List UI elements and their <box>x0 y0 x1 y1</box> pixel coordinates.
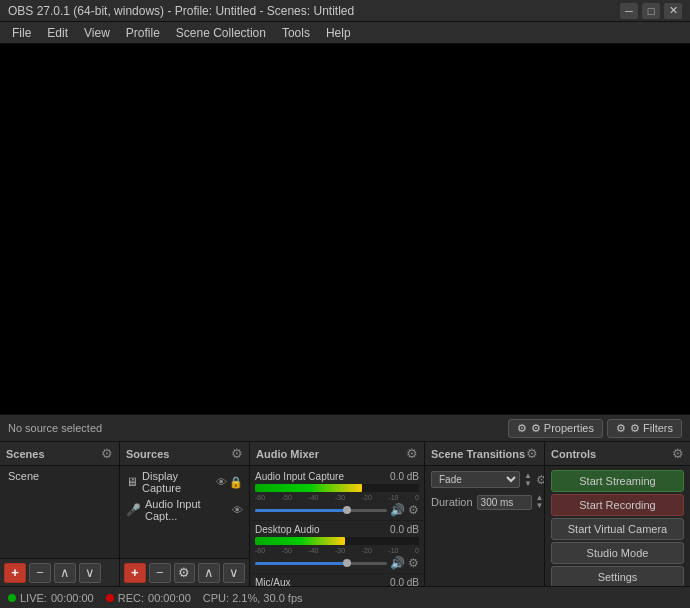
sources-down-button[interactable]: ∨ <box>223 563 245 583</box>
controls-panel-title: Controls <box>551 448 596 460</box>
start-streaming-button[interactable]: Start Streaming <box>551 470 684 492</box>
menu-item-file[interactable]: File <box>4 24 39 42</box>
duration-down-arrow[interactable]: ▼ <box>536 502 544 510</box>
properties-label: ⚙ Properties <box>531 422 594 435</box>
scenes-panel-title: Scenes <box>6 448 45 460</box>
scenes-panel-footer: + − ∧ ∨ <box>0 558 119 586</box>
source-name-display: Display Capture <box>142 470 212 494</box>
audio-desktop-level <box>255 537 345 545</box>
preview-area <box>0 44 690 414</box>
scenes-add-button[interactable]: + <box>4 563 26 583</box>
start-virtual-camera-button[interactable]: Start Virtual Camera <box>551 518 684 540</box>
cpu-status: CPU: 2.1%, 30.0 fps <box>203 592 303 604</box>
menubar: FileEditViewProfileScene CollectionTools… <box>0 22 690 44</box>
sources-remove-button[interactable]: − <box>149 563 171 583</box>
menu-item-tools[interactable]: Tools <box>274 24 318 42</box>
audio-input-mute-icon[interactable]: 🔊 <box>390 503 405 517</box>
sources-panel-footer: + − ⚙ ∧ ∨ <box>120 558 249 586</box>
audio-desktop-name: Desktop Audio <box>255 524 320 535</box>
menu-item-scene-collection[interactable]: Scene Collection <box>168 24 274 42</box>
audio-mixer-panel: Audio Mixer ⚙ Audio Input Capture 0.0 dB… <box>250 442 425 586</box>
sources-settings-button[interactable]: ⚙ <box>174 563 196 583</box>
controls-panel-icon[interactable]: ⚙ <box>672 446 684 461</box>
audio-desktop-mute-icon[interactable]: 🔊 <box>390 556 405 570</box>
close-button[interactable]: ✕ <box>664 3 682 19</box>
audio-mic-name: Mic/Aux <box>255 577 291 586</box>
audio-input-db: 0.0 dB <box>390 471 419 482</box>
menu-item-profile[interactable]: Profile <box>118 24 168 42</box>
sources-panel-icon[interactable]: ⚙ <box>231 446 243 461</box>
audio-desktop-slider-container[interactable] <box>255 557 387 569</box>
cpu-label: CPU: 2.1%, 30.0 fps <box>203 592 303 604</box>
titlebar-controls: ─ □ ✕ <box>620 3 682 19</box>
audio-mic-db: 0.0 dB <box>390 577 419 586</box>
statusbar: LIVE: 00:00:00 REC: 00:00:00 CPU: 2.1%, … <box>0 586 690 608</box>
filters-button[interactable]: ⚙ ⚙ Filters <box>607 419 682 438</box>
scenes-up-button[interactable]: ∧ <box>54 563 76 583</box>
rec-time: 00:00:00 <box>148 592 191 604</box>
mic-icon: 🎤 <box>126 503 141 517</box>
live-time: 00:00:00 <box>51 592 94 604</box>
sources-up-button[interactable]: ∧ <box>198 563 220 583</box>
panels-area: Scenes ⚙ Scene + − ∧ ∨ Sources ⚙ 🖥 Displ… <box>0 442 690 586</box>
audio-desktop-db: 0.0 dB <box>390 524 419 535</box>
sourcebar: No source selected ⚙ ⚙ Properties ⚙ ⚙ Fi… <box>0 414 690 442</box>
audio-panel-body: Audio Input Capture 0.0 dB -60-50-40-30-… <box>250 466 424 586</box>
live-status: LIVE: 00:00:00 <box>8 592 94 604</box>
duration-label: Duration <box>431 496 473 508</box>
audio-panel-header: Audio Mixer ⚙ <box>250 442 424 466</box>
audio-desktop-slider[interactable] <box>255 562 387 565</box>
audio-input-gear-icon[interactable]: ⚙ <box>408 503 419 517</box>
controls-panel: Controls ⚙ Start Streaming Start Recordi… <box>545 442 690 586</box>
source-name-audio: Audio Input Capt... <box>145 498 228 522</box>
maximize-button[interactable]: □ <box>642 3 660 19</box>
transitions-panel-header: Scene Transitions ⚙ <box>425 442 544 466</box>
controls-panel-body: Start Streaming Start Recording Start Vi… <box>545 466 690 586</box>
transitions-panel: Scene Transitions ⚙ Fade Cut Swipe Slide… <box>425 442 545 586</box>
transitions-panel-icon[interactable]: ⚙ <box>526 446 538 461</box>
audio-desktop-gear-icon[interactable]: ⚙ <box>408 556 419 570</box>
audio-track-input: Audio Input Capture 0.0 dB -60-50-40-30-… <box>250 468 424 521</box>
filters-label: ⚙ Filters <box>630 422 673 435</box>
audio-track-desktop: Desktop Audio 0.0 dB -60-50-40-30-20-100 <box>250 521 424 574</box>
audio-input-name: Audio Input Capture <box>255 471 344 482</box>
start-recording-button[interactable]: Start Recording <box>551 494 684 516</box>
live-label: LIVE: <box>20 592 47 604</box>
transition-type-select[interactable]: Fade Cut Swipe Slide Stinger Fade to Col… <box>431 471 520 488</box>
scenes-down-button[interactable]: ∨ <box>79 563 101 583</box>
source-eye-icon[interactable]: 👁 <box>216 476 227 489</box>
scenes-panel: Scenes ⚙ Scene + − ∧ ∨ <box>0 442 120 586</box>
settings-button[interactable]: Settings <box>551 566 684 586</box>
sources-panel-body: 🖥 Display Capture 👁 🔒 🎤 Audio Input Capt… <box>120 466 249 558</box>
scenes-remove-button[interactable]: − <box>29 563 51 583</box>
menu-item-view[interactable]: View <box>76 24 118 42</box>
studio-mode-button[interactable]: Studio Mode <box>551 542 684 564</box>
scene-item[interactable]: Scene <box>0 468 119 484</box>
transition-gear-icon[interactable]: ⚙ <box>536 473 544 487</box>
minimize-button[interactable]: ─ <box>620 3 638 19</box>
source-lock-icon[interactable]: 🔒 <box>229 476 243 489</box>
source-item-audio[interactable]: 🎤 Audio Input Capt... 👁 <box>120 496 249 524</box>
sources-panel: Sources ⚙ 🖥 Display Capture 👁 🔒 🎤 Audio … <box>120 442 250 586</box>
source-eye2-icon[interactable]: 👁 <box>232 504 243 516</box>
rec-indicator <box>106 594 114 602</box>
titlebar-title: OBS 27.0.1 (64-bit, windows) - Profile: … <box>8 4 354 18</box>
sources-panel-header: Sources ⚙ <box>120 442 249 466</box>
menu-item-edit[interactable]: Edit <box>39 24 76 42</box>
properties-button[interactable]: ⚙ ⚙ Properties <box>508 419 603 438</box>
audio-panel-icon[interactable]: ⚙ <box>406 446 418 461</box>
audio-input-slider[interactable] <box>255 509 387 512</box>
duration-input[interactable] <box>477 495 532 510</box>
audio-input-meter <box>255 484 419 492</box>
titlebar: OBS 27.0.1 (64-bit, windows) - Profile: … <box>0 0 690 22</box>
menu-item-help[interactable]: Help <box>318 24 359 42</box>
scenes-panel-icon[interactable]: ⚙ <box>101 446 113 461</box>
properties-icon: ⚙ <box>517 422 527 435</box>
sources-add-button[interactable]: + <box>124 563 146 583</box>
source-item-display[interactable]: 🖥 Display Capture 👁 🔒 <box>120 468 249 496</box>
no-source-label: No source selected <box>8 422 504 434</box>
scenes-panel-header: Scenes ⚙ <box>0 442 119 466</box>
transition-down-arrow[interactable]: ▼ <box>524 480 532 488</box>
audio-input-slider-container[interactable] <box>255 504 387 516</box>
transitions-panel-body: Fade Cut Swipe Slide Stinger Fade to Col… <box>425 466 544 586</box>
